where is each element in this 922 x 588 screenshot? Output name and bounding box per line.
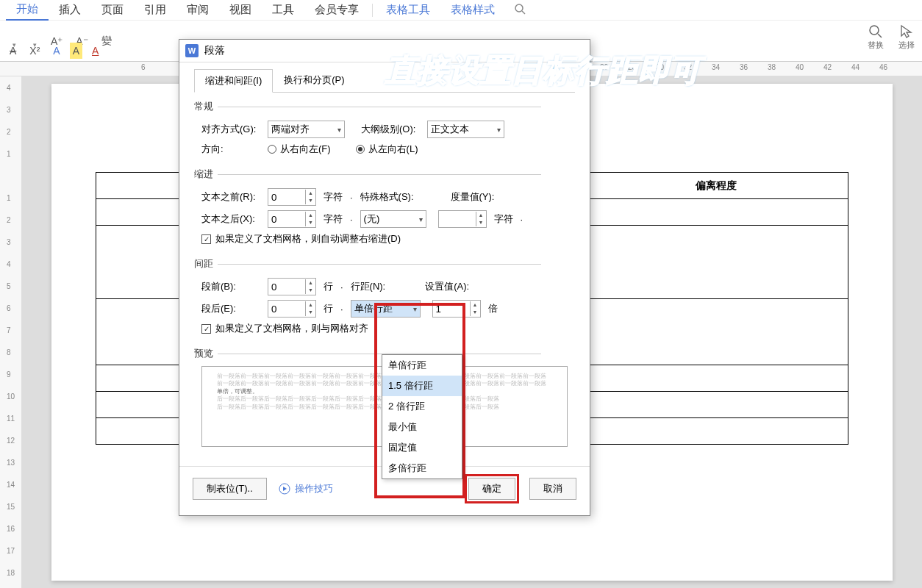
find-replace-button[interactable]: 替换 <box>868 24 884 51</box>
svg-line-3 <box>878 34 882 37</box>
ruler-tick: 6 <box>141 63 146 71</box>
svg-point-0 <box>515 4 523 12</box>
menu-bar: 开始 插入 页面 引用 审阅 视图 工具 会员专享 表格工具 表格样式 <box>0 0 922 21</box>
dropdown-option[interactable]: 最小值 <box>382 417 462 437</box>
set-value-label: 设置值(A): <box>425 280 469 293</box>
ruler-tick: 38 <box>768 63 776 71</box>
ltr-radio[interactable]: 从左向右(L) <box>356 143 418 156</box>
spacing-group: 间距 <box>194 250 575 273</box>
ruler-tick: 42 <box>823 63 832 71</box>
set-value-spinner[interactable]: ▲▼ <box>432 300 481 318</box>
search-icon[interactable] <box>514 3 526 17</box>
ruler-tick: 40 <box>796 63 804 71</box>
app-icon: W <box>185 44 199 57</box>
tab-reference[interactable]: 引用 <box>134 0 176 20</box>
before-para-spinner[interactable]: ▲▼ <box>268 278 316 295</box>
after-text-input[interactable] <box>268 212 305 226</box>
table-header: 偏离程度 <box>585 173 848 199</box>
alignment-label: 对齐方式(G): <box>201 123 260 136</box>
tab-tools[interactable]: 工具 <box>262 0 304 20</box>
special-format-label: 特殊格式(S): <box>360 190 414 204</box>
superscript-button[interactable]: X² <box>26 43 43 59</box>
tab-insert[interactable]: 插入 <box>49 0 91 20</box>
tab-stops-button[interactable]: 制表位(T).. <box>193 478 267 500</box>
before-para-input[interactable] <box>268 280 305 294</box>
dropdown-option[interactable]: 多倍行距 <box>382 458 462 478</box>
direction-label: 方向: <box>201 143 260 156</box>
replace-label: 替换 <box>868 40 884 51</box>
tab-member[interactable]: 会员专享 <box>304 0 369 20</box>
vertical-ruler: 4 3 2 1 1 2 3 4 5 6 7 8 9 10 11 12 13 14… <box>0 76 22 588</box>
after-text-spinner[interactable]: ▲▼ <box>268 210 316 228</box>
before-text-label: 文本之前(R): <box>201 190 260 204</box>
tab-view[interactable]: 视图 <box>219 0 262 20</box>
alignment-select[interactable]: 两端对齐 <box>268 121 345 138</box>
svg-line-1 <box>522 11 525 14</box>
line-spacing-label: 行距(N): <box>351 280 386 293</box>
measure-input[interactable] <box>439 212 476 226</box>
dropdown-option[interactable]: 固定值 <box>382 437 462 458</box>
tab-table-style[interactable]: 表格样式 <box>440 0 505 20</box>
outline-select[interactable]: 正文文本 <box>427 121 504 138</box>
special-format-select[interactable]: (无) <box>360 210 426 228</box>
after-text-label: 文本之后(X): <box>201 212 260 226</box>
outline-label: 大纲级别(O): <box>361 123 420 136</box>
tab-page[interactable]: 页面 <box>91 0 134 20</box>
line-spacing-select[interactable]: 单倍行距 <box>351 300 421 318</box>
tab-indent-spacing[interactable]: 缩进和间距(I) <box>194 69 273 93</box>
strike-button[interactable]: A <box>6 43 20 59</box>
font-effect-button[interactable]: A <box>49 43 63 59</box>
tab-home[interactable]: 开始 <box>6 0 49 21</box>
dropdown-option[interactable]: 2 倍行距 <box>382 396 462 417</box>
dropdown-option[interactable]: 单倍行距 <box>382 355 462 376</box>
tab-table-tools[interactable]: 表格工具 <box>376 0 440 20</box>
select-button[interactable]: 选择 <box>898 24 915 51</box>
ruler-tick: 44 <box>851 63 860 71</box>
ruler-tick: 34 <box>712 63 720 71</box>
annotation-text: 直接设置目标行距即可 <box>385 50 701 91</box>
set-value-input[interactable] <box>433 302 470 316</box>
auto-indent-checkbox[interactable]: 如果定义了文档网格，则自动调整右缩进(D) <box>201 232 401 245</box>
ruler-tick: 46 <box>879 63 887 71</box>
svg-point-2 <box>870 26 879 35</box>
cancel-button[interactable]: 取消 <box>529 478 576 500</box>
font-color-button[interactable]: A <box>88 43 102 59</box>
tab-review[interactable]: 审阅 <box>176 0 219 20</box>
ok-button[interactable]: 确定 <box>468 478 515 500</box>
tab-line-page-breaks[interactable]: 换行和分页(P) <box>273 68 355 92</box>
ruler-tick: 36 <box>740 63 748 71</box>
general-group: 常规 <box>194 93 575 116</box>
measure-label: 度量值(Y): <box>451 190 495 204</box>
highlight-button[interactable]: A <box>70 43 82 59</box>
select-label: 选择 <box>898 40 915 51</box>
after-para-input[interactable] <box>268 302 305 316</box>
before-text-spinner[interactable]: ▲▼ <box>268 188 316 206</box>
separator <box>372 4 373 17</box>
rtl-radio[interactable]: 从右向左(F) <box>268 143 331 156</box>
grid-align-checkbox[interactable]: 如果定义了文档网格，则与网格对齐 <box>201 322 368 335</box>
tips-link[interactable]: 操作技巧 <box>279 482 333 495</box>
measure-spinner[interactable]: ▲▼ <box>438 210 487 228</box>
before-para-label: 段前(B): <box>201 280 260 293</box>
indent-group: 缩进 <box>194 160 575 184</box>
dialog-title: 段落 <box>204 44 225 57</box>
after-para-label: 段后(E): <box>201 302 260 315</box>
after-para-spinner[interactable]: ▲▼ <box>268 300 316 318</box>
dropdown-option[interactable]: 1.5 倍行距 <box>382 376 462 396</box>
line-spacing-dropdown[interactable]: 单倍行距 1.5 倍行距 2 倍行距 最小值 固定值 多倍行距 <box>382 354 462 479</box>
play-icon <box>279 483 290 495</box>
before-text-input[interactable] <box>268 190 305 204</box>
